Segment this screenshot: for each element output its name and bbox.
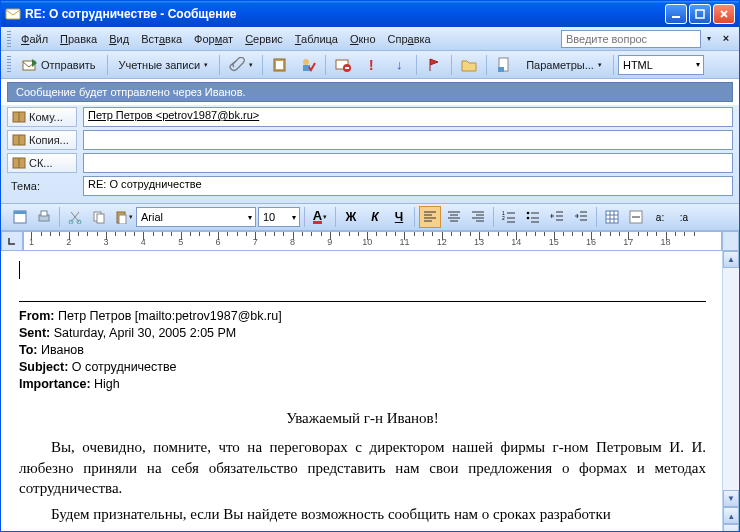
- to-button[interactable]: Кому...: [7, 107, 77, 127]
- orig-subject-value: О сотрудничестве: [72, 360, 177, 374]
- align-left-button[interactable]: [419, 206, 441, 228]
- orig-subject-label: Subject:: [19, 360, 68, 374]
- insert-table-button[interactable]: [601, 206, 623, 228]
- menu-format[interactable]: Формат: [188, 31, 239, 47]
- importance-label: Importance:: [19, 377, 91, 391]
- close-menubar-button[interactable]: ×: [719, 32, 733, 46]
- book-icon: [12, 111, 26, 123]
- toolbar-grip[interactable]: [7, 31, 11, 47]
- flag-button[interactable]: [421, 54, 447, 76]
- options-button[interactable]: Параметры...▾: [519, 54, 609, 76]
- accounts-label: Учетные записи: [119, 59, 201, 71]
- bold-button[interactable]: Ж: [340, 206, 362, 228]
- scroll-down-button[interactable]: ▼: [723, 490, 739, 507]
- importance-low-button[interactable]: ↓: [386, 54, 412, 76]
- importance-high-button[interactable]: !: [358, 54, 384, 76]
- menu-tools[interactable]: Сервис: [239, 31, 289, 47]
- chevron-down-icon: ▾: [692, 60, 700, 69]
- font-combo[interactable]: Arial ▾: [136, 207, 256, 227]
- close-button[interactable]: [713, 4, 735, 24]
- toolbar-grip[interactable]: [7, 56, 11, 74]
- copy-button[interactable]: [88, 206, 110, 228]
- rtl-button[interactable]: :a: [673, 206, 695, 228]
- message-body[interactable]: From: Петр Петров [mailto:petrov1987@bk.…: [1, 251, 722, 532]
- options-label: Параметры...: [526, 59, 594, 71]
- menu-file[interactable]: Файл: [15, 31, 54, 47]
- attach-button[interactable]: ▾: [224, 54, 258, 76]
- menu-help[interactable]: Справка: [382, 31, 437, 47]
- message-format-value: HTML: [623, 59, 653, 71]
- ruler[interactable]: 123456789101112131415161718: [23, 231, 722, 251]
- sent-value: Saturday, April 30, 2005 2:05 PM: [54, 326, 237, 340]
- indent-button[interactable]: [570, 206, 592, 228]
- minimize-button[interactable]: [665, 4, 687, 24]
- folder-button[interactable]: [456, 54, 482, 76]
- outdent-button[interactable]: [546, 206, 568, 228]
- prev-page-button[interactable]: ▴: [723, 507, 739, 524]
- chevron-down-icon: ▾: [288, 213, 296, 222]
- body-para-1: Вы, очевидно, помните, что на переговора…: [19, 437, 706, 498]
- font-color-button[interactable]: A▾: [309, 206, 331, 228]
- address-book-icon: [272, 57, 288, 73]
- svg-point-6: [303, 59, 309, 65]
- importance-low-icon: ↓: [391, 57, 407, 73]
- app-icon: [5, 6, 21, 22]
- send-button[interactable]: Отправить: [15, 54, 103, 76]
- svg-rect-1: [672, 16, 680, 18]
- subject-input[interactable]: RE: О сотрудничестве: [83, 176, 733, 196]
- cc-button[interactable]: Копия...: [7, 130, 77, 150]
- menu-table[interactable]: Таблица: [289, 31, 344, 47]
- bcc-button[interactable]: СК...: [7, 153, 77, 173]
- bcc-label: СК...: [29, 157, 53, 169]
- menu-window[interactable]: Окно: [344, 31, 382, 47]
- titlebar: RE: О сотрудничестве - Сообщение: [1, 1, 739, 27]
- to-input[interactable]: Петр Петров <petrov1987@bk.ru>: [83, 107, 733, 127]
- ask-dropdown[interactable]: ▾: [704, 34, 714, 43]
- align-center-button[interactable]: [443, 206, 465, 228]
- select-browse-button[interactable]: ○: [723, 524, 739, 532]
- permission-icon: [335, 57, 351, 73]
- italic-button[interactable]: К: [364, 206, 386, 228]
- message-header-fields: Кому... Петр Петров <petrov1987@bk.ru> К…: [1, 105, 739, 203]
- accounts-button[interactable]: Учетные записи▾: [112, 54, 216, 76]
- align-right-button[interactable]: [467, 206, 489, 228]
- tab-selector[interactable]: [1, 231, 23, 251]
- vertical-scrollbar[interactable]: ▲ ▼ ▴ ○ ▾: [722, 251, 739, 532]
- insert-hr-button[interactable]: [625, 206, 647, 228]
- orig-to-label: To:: [19, 343, 38, 357]
- to-recipient: Петр Петров <petrov1987@bk.ru>: [88, 109, 259, 121]
- numbered-list-button[interactable]: 12: [498, 206, 520, 228]
- bullet-list-button[interactable]: [522, 206, 544, 228]
- scroll-up-button[interactable]: ▲: [723, 251, 739, 268]
- cc-input[interactable]: [83, 130, 733, 150]
- subject-label: Тема:: [7, 180, 77, 192]
- font-size-combo[interactable]: 10 ▾: [258, 207, 300, 227]
- menu-view[interactable]: Вид: [103, 31, 135, 47]
- underline-button[interactable]: Ч: [388, 206, 410, 228]
- menu-insert[interactable]: Вставка: [135, 31, 188, 47]
- message-format-combo[interactable]: HTML ▾: [618, 55, 704, 75]
- ask-question-input[interactable]: [561, 30, 701, 48]
- cut-button[interactable]: [64, 206, 86, 228]
- cc-label: Копия...: [29, 134, 69, 146]
- permission-button[interactable]: [330, 54, 356, 76]
- print-button[interactable]: [33, 206, 55, 228]
- paste-button[interactable]: ▾: [112, 206, 134, 228]
- address-book-button[interactable]: [267, 54, 293, 76]
- maximize-button[interactable]: [689, 4, 711, 24]
- check-names-icon: [300, 57, 316, 73]
- menu-edit[interactable]: Правка: [54, 31, 103, 47]
- menubar: Файл Правка Вид Вставка Формат Сервис Та…: [1, 27, 739, 51]
- scroll-track[interactable]: [723, 268, 739, 490]
- svg-rect-0: [6, 9, 20, 19]
- ltr-button[interactable]: a:: [649, 206, 671, 228]
- book-icon: [12, 134, 26, 146]
- print-layout-button[interactable]: [9, 206, 31, 228]
- bcc-input[interactable]: [83, 153, 733, 173]
- svg-point-32: [527, 217, 530, 220]
- ins-item-button[interactable]: [491, 54, 517, 76]
- mail-toolbar: Отправить Учетные записи▾ ▾ ! ↓ Параметр…: [1, 51, 739, 79]
- to-label: Кому...: [29, 111, 63, 123]
- svg-text:2: 2: [502, 215, 505, 221]
- check-names-button[interactable]: [295, 54, 321, 76]
